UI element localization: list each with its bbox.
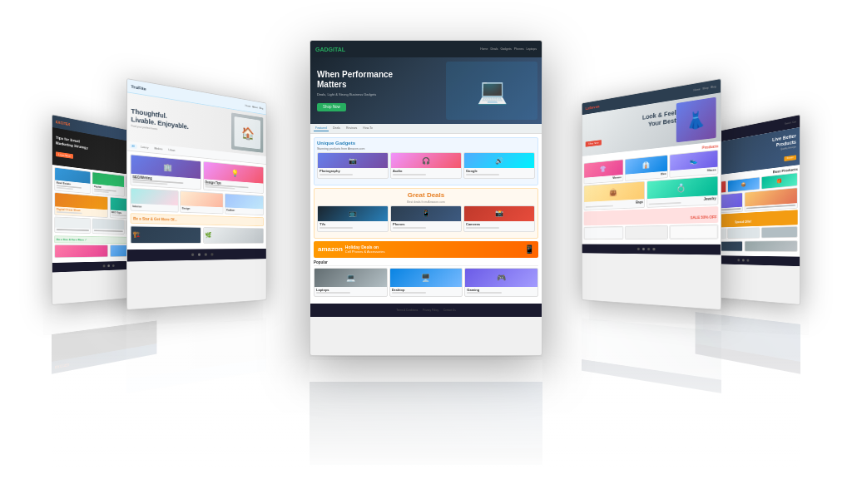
nav-item: Shop	[702, 86, 708, 91]
popular-label: Popular	[314, 260, 538, 266]
hero-cta-btn[interactable]: Shop Now	[317, 103, 346, 111]
hero-btn[interactable]: Learn More	[56, 151, 73, 159]
main-scene: EXCITEX Home Blog Tips for EmailMarketin…	[0, 0, 852, 504]
footer-link[interactable]: Contact Us	[443, 309, 456, 312]
amazon-logo: amazon	[318, 245, 343, 253]
great-deals-subtitle: Best deals from Amazon.com	[317, 200, 535, 204]
center-logo: GADGITAL	[315, 47, 345, 52]
filter-tag[interactable]: Luxury	[138, 145, 151, 151]
filter-tag[interactable]: Modern	[152, 146, 165, 152]
nav-gadgets[interactable]: Gadgets	[500, 47, 511, 51]
content-tab[interactable]: Reviews	[344, 126, 359, 131]
hero-subtitle: Deals, Light & Strong Business Gadgets	[317, 92, 409, 96]
content-tab[interactable]: Deals	[331, 126, 342, 131]
hero-btn[interactable]: Shop Now	[586, 140, 602, 147]
nav-item: Search	[785, 121, 791, 126]
hero-title: Tips for EmailMarketing Strategy	[56, 136, 88, 151]
fashion-icon: 👗	[686, 109, 706, 131]
hero-title: When Performance Matters	[317, 70, 409, 90]
left-screen: TruFite Home About Blog Thoughtful.Livab…	[126, 78, 266, 310]
hero-btn[interactable]: Browse	[784, 155, 796, 161]
nav-item: Blog	[260, 106, 264, 110]
nav-cart: Cart	[792, 121, 796, 124]
reflection-overlay	[52, 352, 800, 468]
nav-item: About	[252, 106, 257, 109]
offer-text: Special Offer!	[735, 220, 751, 225]
screens-collage: EXCITEX Home Blog Tips for EmailMarketin…	[52, 36, 800, 468]
great-deals-title: Great Deals	[317, 191, 535, 199]
center-screen: GADGITAL Home Deals Gadgets Phones Lapto…	[310, 40, 542, 356]
section-unique-gadgets: Unique Gadgets	[317, 141, 535, 146]
content-tab[interactable]: How-To	[361, 126, 374, 131]
filter-tag[interactable]: All	[130, 144, 137, 149]
sale-badge: SALE 50% OFF	[691, 215, 717, 220]
nav-item: Home	[245, 104, 251, 107]
footer-link[interactable]: Privacy Policy	[423, 309, 438, 312]
content-tab[interactable]: Featured	[314, 126, 329, 131]
footer-text: Terms & Conditions	[396, 309, 418, 312]
phone-icon: 📱	[524, 245, 534, 254]
house-icon: 🏠	[241, 125, 254, 141]
nav-item: Home	[694, 88, 701, 92]
nav-home[interactable]: Home	[480, 47, 488, 51]
nav-deals[interactable]: Deals	[490, 47, 498, 51]
hero-title: Look & FeelYour Best	[586, 109, 676, 136]
section-subtitle: Stunning products from Amazon.com	[317, 147, 535, 151]
screen-logo: EXCITEX	[56, 120, 70, 126]
banner-subtext: Cell Phones & Accessories	[345, 250, 522, 254]
screen-logo: LaSeven	[586, 104, 600, 110]
screen-logo: TruFite	[131, 84, 146, 91]
promo-banner: Be a Star & Get More Of...	[133, 216, 261, 224]
right-screen: LaSeven Home Shop Blog Look & FeelYour B…	[582, 78, 721, 310]
nav-laptops[interactable]: Laptops	[527, 47, 537, 51]
nav-item: Blog	[711, 85, 716, 89]
nav-phones[interactable]: Phones	[514, 47, 524, 51]
filter-tag[interactable]: Urban	[166, 147, 177, 152]
laptop-icon: 💻	[477, 77, 508, 106]
